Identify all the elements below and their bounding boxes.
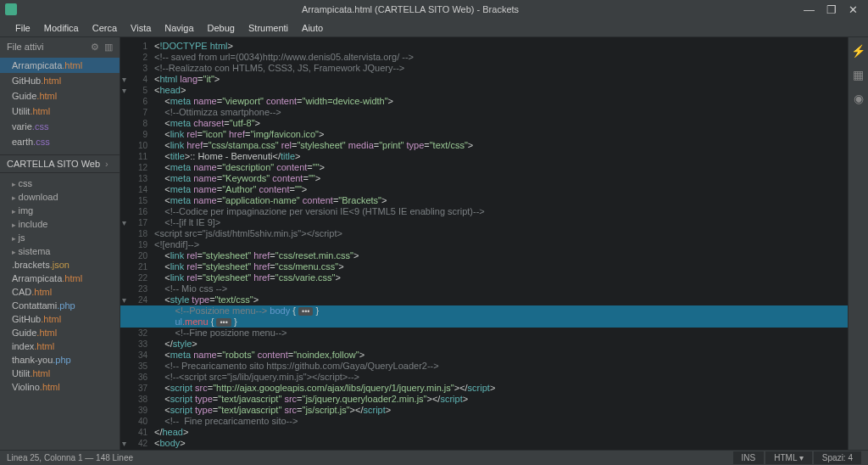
project-header[interactable]: CARTELLA SITO Web <box>0 154 120 173</box>
window-controls: — ❐ ✕ <box>804 3 865 16</box>
file-item[interactable]: Contattami.php <box>0 299 120 312</box>
file-tree: cssdownloadimgincludejssistema.brackets.… <box>0 173 120 450</box>
working-file[interactable]: varie.css <box>0 119 120 134</box>
line-gutter: 1234▾5▾67891011121314151617▾181920212223… <box>120 37 154 450</box>
eye-icon[interactable]: ◉ <box>854 92 864 105</box>
file-item[interactable]: index.html <box>0 339 120 353</box>
menubar: FileModificaCercaVistaNavigaDebugStrumen… <box>0 19 868 37</box>
titlebar: Arrampicata.html (CARTELLA SITO Web) - B… <box>0 0 868 19</box>
working-files-label: File attivi <box>7 42 43 52</box>
indent-mode[interactable]: Spazi: 4 <box>814 451 861 464</box>
code-content[interactable]: <!DOCTYPE html><!-- saved from url=(0034… <box>154 41 848 450</box>
right-toolbar: ⚡ ▦ ◉ <box>848 37 868 450</box>
file-item[interactable]: Utilit.html <box>0 367 120 380</box>
menu-cerca[interactable]: Cerca <box>92 23 117 33</box>
file-item[interactable]: Violino.html <box>0 380 120 394</box>
split-icon[interactable]: ▥ <box>104 42 113 53</box>
file-item[interactable]: Arrampicata.html <box>0 272 120 285</box>
menu-modifica[interactable]: Modifica <box>44 23 79 33</box>
window-title: Arrampicata.html (CARTELLA SITO Web) - B… <box>302 4 519 14</box>
file-item[interactable]: thank-you.php <box>0 353 120 367</box>
working-files-list: Arrampicata.htmlGitHub.htmlGuide.htmlUti… <box>0 56 120 151</box>
folder-css[interactable]: css <box>0 176 120 190</box>
extensions-icon[interactable]: ▦ <box>853 68 864 81</box>
sidebar: File attivi ⚙ ▥ Arrampicata.htmlGitHub.h… <box>0 37 120 450</box>
insert-mode[interactable]: INS <box>733 451 765 464</box>
folder-js[interactable]: js <box>0 231 120 244</box>
menu-strumenti[interactable]: Strumenti <box>248 23 288 33</box>
live-preview-icon[interactable]: ⚡ <box>851 44 865 58</box>
folder-sistema[interactable]: sistema <box>0 244 120 258</box>
file-item[interactable]: CAD.html <box>0 285 120 299</box>
language-mode[interactable]: HTML ▾ <box>765 451 812 464</box>
menu-naviga[interactable]: Naviga <box>164 23 193 33</box>
code-editor[interactable]: 1234▾5▾67891011121314151617▾181920212223… <box>120 37 848 450</box>
minimize-icon[interactable]: — <box>804 3 815 16</box>
working-file[interactable]: Utilit.html <box>0 104 120 119</box>
working-file[interactable]: Arrampicata.html <box>0 58 120 73</box>
folder-img[interactable]: img <box>0 204 120 217</box>
file-item[interactable]: Guide.html <box>0 326 120 339</box>
working-file[interactable]: Guide.html <box>0 88 120 104</box>
cursor-position: Linea 25, Colonna 1 — 148 Linee <box>7 453 133 462</box>
project-name: CARTELLA SITO Web <box>7 159 100 169</box>
folder-download[interactable]: download <box>0 190 120 204</box>
close-icon[interactable]: ✕ <box>849 3 858 16</box>
menu-aiuto[interactable]: Aiuto <box>302 23 323 33</box>
app-logo-icon <box>5 3 17 15</box>
file-item[interactable]: GitHub.html <box>0 312 120 326</box>
statusbar: Linea 25, Colonna 1 — 148 Linee INS HTML… <box>0 450 868 465</box>
menu-file[interactable]: File <box>15 23 31 33</box>
working-files-header: File attivi ⚙ ▥ <box>0 37 120 56</box>
maximize-icon[interactable]: ❐ <box>826 3 837 16</box>
working-file[interactable]: GitHub.html <box>0 73 120 88</box>
file-item[interactable]: .brackets.json <box>0 258 120 272</box>
menu-vista[interactable]: Vista <box>131 23 151 33</box>
gear-icon[interactable]: ⚙ <box>91 42 99 53</box>
menu-debug[interactable]: Debug <box>208 23 235 33</box>
folder-include[interactable]: include <box>0 217 120 231</box>
working-file[interactable]: earth.css <box>0 134 120 149</box>
